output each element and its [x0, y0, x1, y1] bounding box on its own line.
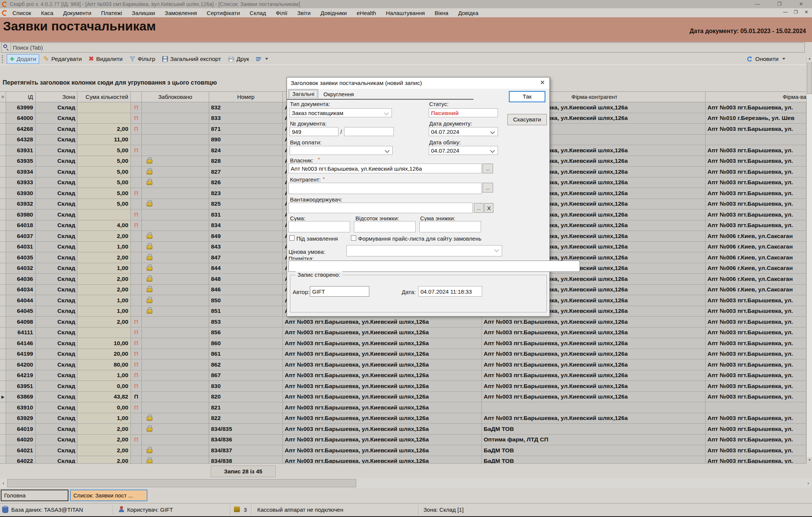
column-header-flag[interactable]: [131, 92, 142, 102]
menu-item-10[interactable]: Звіти: [292, 10, 316, 16]
owner-field[interactable]: Апт №003 пгт.Барышевка, ул.Киевский шлях…: [288, 164, 482, 173]
dialog-close-icon[interactable]: ✕: [540, 79, 545, 86]
doc-type-combo[interactable]: Заказ поставщикам: [290, 108, 392, 117]
refresh-button[interactable]: Оновити: [744, 54, 789, 64]
scroll-down-icon[interactable]: ▼: [807, 457, 812, 463]
search-icon[interactable]: [2, 43, 11, 52]
pay-type-combo[interactable]: [290, 146, 393, 155]
menu-item-1[interactable]: Список: [8, 10, 36, 16]
cell-number: 846: [209, 285, 283, 295]
column-header-consignee[interactable]: Фірма-вант: [706, 92, 806, 102]
header-indicator-icon[interactable]: ≣: [0, 92, 6, 102]
cell-p-flag: [131, 456, 142, 464]
table-row[interactable]: 64019Склад2,00834/835Апт №003 пгт.Барыше…: [0, 424, 806, 435]
doc-date-combo[interactable]: 04.07.2024: [429, 127, 498, 136]
menu-item-13[interactable]: Налаштування: [381, 10, 430, 16]
cell-id: 63931: [6, 145, 36, 156]
column-header-blocked[interactable]: Заблоковано: [142, 92, 209, 102]
table-row[interactable]: 63951Склад0,00П830Апт №003 пгт.Барышевка…: [0, 381, 806, 392]
menu-item-5[interactable]: Залишки: [127, 10, 160, 16]
contragent-field[interactable]: [288, 183, 482, 194]
cell-zone: Склад: [36, 285, 77, 295]
scroll-right-icon[interactable]: ›: [805, 479, 812, 488]
menu-item-15[interactable]: Довідка: [453, 10, 483, 16]
close-button[interactable]: ✕: [790, 0, 812, 8]
print-button[interactable]: Друк: [225, 54, 252, 64]
menu-item-12[interactable]: eHealth: [352, 10, 381, 16]
menu-item-6[interactable]: Замовлення: [160, 10, 202, 16]
table-row[interactable]: 64020Склад2,00П834/836Апт №003 пгт.Барыш…: [0, 435, 806, 446]
table-row[interactable]: ▶63869Склад43,82П820Апт №003 пгт.Барышев…: [0, 392, 806, 403]
column-header-qty[interactable]: Сума кількостей: [77, 92, 131, 102]
row-indicator: [0, 349, 6, 359]
table-row[interactable]: 64219Склад1,00П867Апт №003 пгт.Барышевка…: [0, 370, 806, 381]
search-input[interactable]: Поиск (Tab): [11, 44, 43, 51]
cancel-button[interactable]: Скасувати: [507, 114, 547, 125]
table-row[interactable]: 64199Склад20,00П861Апт №003 пгт.Барышевк…: [0, 349, 806, 360]
add-button[interactable]: + Додати: [7, 54, 39, 64]
table-row[interactable]: 64022Склад2,00834/838Апт №003 пгт.Барыше…: [0, 456, 806, 464]
search-bar[interactable]: Поиск (Tab): [1, 42, 805, 53]
doc-no-input[interactable]: 949: [290, 127, 338, 136]
horizontal-scroll-thumb[interactable]: [7, 479, 356, 487]
table-row[interactable]: 63910Склад0,00П821Апт №003 пгт.Барышевка…: [0, 402, 806, 413]
doc-no-suffix-input[interactable]: [344, 127, 394, 136]
delete-button[interactable]: ✖ Видалити: [86, 54, 125, 64]
tab-home[interactable]: Головна: [1, 490, 68, 501]
table-row[interactable]: 64021Склад2,00834/837Апт №003 пгт.Барыше…: [0, 445, 806, 456]
menu-item-7[interactable]: Сертифікати: [202, 10, 245, 16]
maximize-button[interactable]: ❐: [768, 0, 790, 8]
mdi-close-icon[interactable]: ✕: [803, 9, 810, 15]
export-button[interactable]: Загальний експорт: [159, 54, 224, 64]
tab-list-active[interactable]: Список: Заявки пост ...: [70, 490, 147, 501]
menu-item-9[interactable]: Філії: [271, 10, 292, 16]
vertical-scroll-thumb[interactable]: [807, 62, 812, 94]
row-indicator: [0, 274, 6, 284]
menu-item-8[interactable]: Склад: [245, 10, 271, 16]
table-row[interactable]: 64200Склад80,00П862Апт №003 пгт.Барышевк…: [0, 359, 806, 370]
menu-item-14[interactable]: Вікна: [430, 10, 454, 16]
discount-sum-input[interactable]: [419, 221, 481, 232]
menu-item-3[interactable]: Документи: [58, 10, 96, 16]
pricelist-checkbox[interactable]: [351, 235, 356, 241]
scroll-left-icon[interactable]: ‹: [0, 479, 7, 488]
vertical-scrollbar[interactable]: ▲ ▼: [806, 56, 812, 463]
contragent-picker-button[interactable]: ...: [483, 183, 493, 193]
consignee-picker-button[interactable]: ...: [474, 203, 484, 213]
filter-button[interactable]: Фільтр: [127, 54, 158, 64]
delete-x-icon: ✖: [89, 55, 94, 63]
sum-input[interactable]: [288, 221, 350, 232]
menu-item-4[interactable]: Платежі: [96, 10, 127, 16]
owner-picker-button[interactable]: ...: [483, 164, 493, 173]
consignee-clear-button[interactable]: X: [484, 203, 493, 213]
table-row[interactable]: 64146Склад10,00П860Апт №003 пгт.Барышевк…: [0, 338, 806, 349]
discount-pct-input[interactable]: [354, 221, 416, 232]
consignee-field[interactable]: [288, 203, 473, 213]
list-icon: [256, 56, 261, 62]
scroll-up-icon[interactable]: ▲: [807, 56, 812, 62]
column-header-zone[interactable]: Зона: [36, 92, 77, 102]
cell-number: 831: [209, 209, 283, 220]
grid-options-button[interactable]: [253, 54, 272, 64]
dialog-tab-rounding[interactable]: Округлення: [320, 90, 357, 98]
mdi-minimize-icon[interactable]: —: [782, 9, 789, 15]
note-input[interactable]: [288, 261, 580, 272]
dialog-tab-general[interactable]: Загальні: [288, 89, 318, 99]
cell-id: 64045: [6, 306, 36, 317]
on-order-checkbox[interactable]: [289, 235, 294, 241]
mdi-restore-icon[interactable]: ❐: [792, 9, 799, 15]
toolbar-grip[interactable]: [2, 55, 4, 63]
menu-item-2[interactable]: Каса: [36, 10, 58, 16]
table-row[interactable]: 63929Склад1,00822Апт №003 пгт.Барышевка,…: [0, 413, 806, 424]
ok-button[interactable]: Так: [509, 91, 545, 102]
acc-date-combo[interactable]: 04.07.2024: [429, 146, 498, 155]
edit-button[interactable]: ✎ Редагувати: [41, 54, 84, 64]
minimize-button[interactable]: —: [747, 0, 768, 8]
horizontal-scrollbar[interactable]: ‹ ›: [0, 478, 812, 488]
table-row[interactable]: 64111СкладП856Апт №003 пгт.Барышевка, ул…: [0, 327, 806, 338]
menu-item-11[interactable]: Довідники: [316, 10, 352, 16]
column-header-number[interactable]: Номер: [209, 92, 283, 102]
table-row[interactable]: 64098Склад2,00П853Апт №003 пгт.Барышевка…: [0, 317, 806, 327]
price-cond-combo[interactable]: [346, 245, 502, 256]
column-header-id[interactable]: ІД: [6, 92, 36, 102]
